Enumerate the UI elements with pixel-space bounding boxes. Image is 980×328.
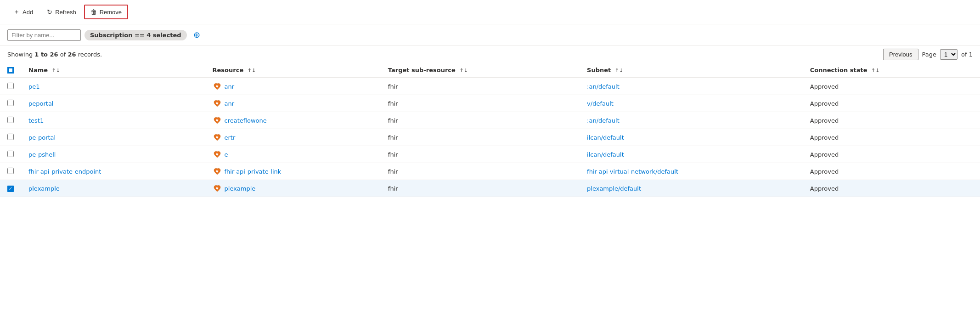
row-checkbox[interactable] [7, 168, 14, 174]
table-container: Name ↑↓ Resource ↑↓ Target sub-resource … [0, 63, 980, 197]
row-checkbox-cell [0, 146, 21, 163]
resource-link[interactable]: createflowone [225, 117, 267, 124]
refresh-button[interactable]: ↻ Refresh [41, 5, 82, 19]
row-checkbox[interactable] [7, 134, 14, 140]
row-resource: ♥ e [205, 146, 381, 163]
add-filter-button[interactable]: ⊕ [191, 29, 203, 41]
row-name-link[interactable]: fhir-api-private-endpoint [28, 168, 101, 175]
resource-link[interactable]: anr [225, 100, 235, 107]
health-icon: ♥ [213, 167, 222, 176]
col-resource-sort-icon: ↑↓ [248, 68, 256, 74]
table-row: pe-pshell ♥ efhirilcan/defaultApproved [0, 146, 980, 163]
health-icon: ♥ [213, 82, 222, 91]
resource-link[interactable]: ertr [225, 134, 236, 141]
col-connection[interactable]: Connection state ↑↓ [803, 63, 980, 78]
select-all-header[interactable] [0, 63, 21, 78]
row-target: fhir [381, 163, 580, 180]
subnet-link[interactable]: v/default [587, 100, 614, 107]
add-filter-icon: ⊕ [193, 30, 200, 40]
resource-cell: ♥ plexample [213, 184, 373, 193]
row-name: pe-pshell [21, 146, 205, 163]
resource-link[interactable]: plexample [225, 185, 256, 192]
row-name: pe1 [21, 78, 205, 95]
records-bar: Showing 1 to 26 of 26 records. Previous … [0, 46, 980, 63]
row-target: fhir [381, 112, 580, 129]
table-row: plexample ♥ plexamplefhirplexample/defau… [0, 180, 980, 197]
row-connection: Approved [803, 129, 980, 146]
health-icon: ♥ [213, 184, 222, 193]
row-checkbox[interactable] [7, 186, 14, 192]
row-name-link[interactable]: test1 [28, 117, 44, 124]
toolbar: ＋ Add ↻ Refresh 🗑 Remove [0, 0, 980, 24]
svg-text:♥: ♥ [215, 136, 218, 140]
subnet-link[interactable]: :an/default [587, 117, 620, 124]
resource-link[interactable]: fhir-api-private-link [225, 168, 282, 175]
remove-button[interactable]: 🗑 Remove [84, 5, 128, 19]
row-name-link[interactable]: pe1 [28, 83, 40, 90]
health-icon: ♥ [213, 150, 222, 159]
row-checkbox[interactable] [7, 100, 14, 106]
add-button[interactable]: ＋ Add [7, 5, 39, 19]
subnet-link[interactable]: plexample/default [587, 185, 641, 192]
row-name: fhir-api-private-endpoint [21, 163, 205, 180]
svg-text:♥: ♥ [215, 153, 218, 157]
row-name-link[interactable]: peportal [28, 100, 53, 107]
resource-cell: ♥ createflowone [213, 116, 373, 125]
col-name[interactable]: Name ↑↓ [21, 63, 205, 78]
row-resource: ♥ createflowone [205, 112, 381, 129]
row-name-link[interactable]: pe-portal [28, 134, 56, 141]
row-name: pe-portal [21, 129, 205, 146]
row-subnet: fhir-api-virtual-network/default [580, 163, 803, 180]
page-select[interactable]: 1 [940, 49, 957, 60]
col-subnet[interactable]: Subnet ↑↓ [580, 63, 803, 78]
col-target-label: Target sub-resource [388, 67, 456, 74]
subnet-link[interactable]: ilcan/default [587, 134, 624, 141]
col-resource[interactable]: Resource ↑↓ [205, 63, 381, 78]
col-target[interactable]: Target sub-resource ↑↓ [381, 63, 580, 78]
pagination: Previous Page 1 of 1 [883, 49, 973, 60]
resource-cell: ♥ e [213, 150, 373, 159]
add-icon: ＋ [13, 8, 20, 16]
row-name-link[interactable]: pe-pshell [28, 151, 56, 158]
row-checkbox-cell [0, 112, 21, 129]
row-subnet: v/default [580, 95, 803, 112]
row-subnet: :an/default [580, 112, 803, 129]
row-connection: Approved [803, 180, 980, 197]
select-all-checkbox[interactable] [7, 67, 14, 74]
row-name: test1 [21, 112, 205, 129]
row-resource: ♥ plexample [205, 180, 381, 197]
resource-link[interactable]: anr [225, 83, 235, 90]
table-row: test1 ♥ createflowonefhir:an/defaultAppr… [0, 112, 980, 129]
row-checkbox[interactable] [7, 83, 14, 89]
subnet-link[interactable]: ilcan/default [587, 151, 624, 158]
row-connection: Approved [803, 112, 980, 129]
row-name-link[interactable]: plexample [28, 185, 60, 192]
row-resource: ♥ anr [205, 95, 381, 112]
subscription-filter-tag[interactable]: Subscription == 4 selected [84, 30, 187, 40]
resource-cell: ♥ anr [213, 82, 373, 91]
subnet-link[interactable]: fhir-api-virtual-network/default [587, 168, 678, 175]
resource-link[interactable]: e [225, 151, 228, 158]
row-resource: ♥ fhir-api-private-link [205, 163, 381, 180]
row-checkbox[interactable] [7, 117, 14, 123]
row-resource: ♥ anr [205, 78, 381, 95]
refresh-icon: ↻ [47, 8, 52, 16]
svg-text:♥: ♥ [215, 170, 218, 174]
resource-cell: ♥ anr [213, 99, 373, 108]
col-target-sort-icon: ↑↓ [459, 68, 467, 74]
svg-text:♥: ♥ [215, 85, 218, 89]
previous-button[interactable]: Previous [883, 49, 918, 60]
row-checkbox-cell [0, 163, 21, 180]
filter-input[interactable] [7, 29, 81, 41]
svg-text:♥: ♥ [215, 119, 218, 123]
col-subnet-label: Subnet [587, 67, 611, 74]
table-row: peportal ♥ anrfhirv/defaultApproved [0, 95, 980, 112]
svg-text:♥: ♥ [215, 102, 218, 106]
records-info: Showing 1 to 26 of 26 records. [7, 51, 102, 58]
health-icon: ♥ [213, 133, 222, 142]
row-checkbox[interactable] [7, 151, 14, 157]
row-checkbox-cell [0, 78, 21, 95]
subnet-link[interactable]: :an/default [587, 83, 620, 90]
row-target: fhir [381, 95, 580, 112]
resource-cell: ♥ ertr [213, 133, 373, 142]
